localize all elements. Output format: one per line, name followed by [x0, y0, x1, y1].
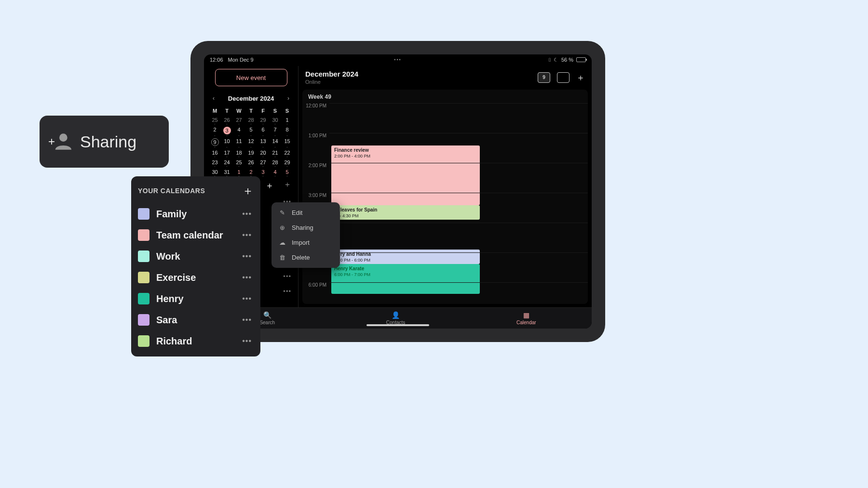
ctx-import[interactable]: ☁ Import	[271, 235, 340, 250]
calendar-list-item[interactable]: Sara•••	[138, 309, 254, 330]
mini-cal-day[interactable]: 24	[221, 158, 233, 167]
calendar-more-button[interactable]: •••	[240, 273, 254, 282]
event-time: 6:00 PM - 7:00 PM	[334, 272, 477, 277]
mini-cal-day[interactable]: 18	[233, 148, 245, 158]
ctx-sharing[interactable]: ⊕ Sharing	[271, 220, 340, 235]
mini-cal-day[interactable]: 27	[233, 115, 245, 125]
new-event-button[interactable]: New event	[215, 69, 287, 86]
view-mode-button[interactable]	[557, 72, 570, 83]
nav-search[interactable]: 🔍 Search	[259, 311, 275, 325]
nav-search-label: Search	[259, 320, 275, 325]
mini-cal-day[interactable]: 4	[269, 167, 281, 177]
mini-cal-day[interactable]: 26	[245, 158, 257, 167]
mini-cal-day[interactable]: 14	[269, 136, 281, 148]
status-bar: 12:06 Mon Dec 9 ••• 􀙇 ☾ 56 %	[204, 54, 592, 65]
calendar-event[interactable]: … ry and Hanna5:30 PM - 6:00 PM	[331, 250, 480, 264]
ctx-delete[interactable]: 🗑 Delete	[271, 250, 340, 265]
mini-cal-day[interactable]: 11	[233, 136, 245, 148]
mini-calendar[interactable]: MTWTFSS252627282930123456789101112131415…	[209, 106, 293, 177]
mini-cal-day[interactable]: 29	[281, 158, 293, 167]
status-time: 12:06	[210, 57, 223, 63]
tablet-screen: 12:06 Mon Dec 9 ••• 􀙇 ☾ 56 % New event ‹…	[204, 54, 592, 329]
calendar-list-item[interactable]: Exercise•••	[138, 267, 254, 288]
mini-cal-day[interactable]: 9	[209, 136, 221, 148]
mini-cal-day[interactable]: 16	[209, 148, 221, 158]
calendar-more-button[interactable]: •••	[240, 316, 254, 324]
mini-cal-day[interactable]: 30	[269, 115, 281, 125]
time-label: 6:00 PM	[302, 282, 329, 304]
week-view[interactable]: Week 49 12:00 PM1:00 PM2:00 PM3:00 PM6:0…	[302, 90, 588, 304]
calendar-more-button[interactable]: •••	[240, 210, 254, 218]
mini-cal-day[interactable]: 26	[221, 115, 233, 125]
mini-cal-day[interactable]: 21	[269, 148, 281, 158]
mini-cal-day[interactable]: 28	[269, 158, 281, 167]
add-event-button[interactable]: ＋	[576, 72, 585, 83]
nav-contacts[interactable]: 👤 Contacts	[386, 311, 405, 325]
calendar-more-button[interactable]: •••	[240, 294, 254, 303]
nav-calendar[interactable]: ▦ Calendar	[516, 311, 536, 325]
calendar-more-button[interactable]: •••	[240, 337, 254, 345]
calendar-event[interactable]: Finance review2:00 PM - 4:00 PM	[331, 145, 480, 205]
next-month-button[interactable]: ›	[285, 93, 291, 104]
page-title: December 2024	[305, 70, 358, 78]
mini-cal-day[interactable]: 5	[281, 167, 293, 177]
mini-cal-day[interactable]: 3	[257, 167, 269, 177]
battery-pct: 56 %	[561, 57, 573, 63]
multitasking-dots-icon[interactable]: •••	[394, 57, 401, 62]
search-icon: 🔍	[263, 311, 271, 319]
ctx-edit[interactable]: ✎ Edit	[271, 205, 340, 220]
mini-cal-day[interactable]: 22	[281, 148, 293, 158]
mini-cal-day[interactable]: 1	[233, 167, 245, 177]
mini-cal-day[interactable]: 25	[233, 158, 245, 167]
calendar-icon: ▦	[523, 311, 529, 319]
calendar-more-button[interactable]: •••	[240, 252, 254, 261]
mini-cal-day[interactable]: 27	[257, 158, 269, 167]
person-plus-icon: ⊕	[278, 224, 286, 231]
mini-cal-dow: S	[269, 106, 281, 115]
ctx-sharing-label: Sharing	[292, 224, 313, 231]
mini-cal-day[interactable]: 5	[245, 125, 257, 136]
mini-cal-day[interactable]: 10	[221, 136, 233, 148]
calendar-list-item[interactable]: Family•••	[138, 203, 254, 224]
mini-cal-dow: F	[257, 106, 269, 115]
mini-cal-day[interactable]: 13	[257, 136, 269, 148]
sharing-callout-label: Sharing	[80, 132, 136, 151]
add-calendar-button[interactable]: ＋	[265, 180, 274, 191]
event-time: 2:00 PM - 4:00 PM	[334, 154, 477, 158]
mini-cal-day[interactable]: 8	[281, 125, 293, 136]
mini-cal-day[interactable]: 17	[221, 148, 233, 158]
add-item-button[interactable]: ＋	[284, 180, 291, 191]
calendar-color-swatch	[138, 314, 149, 326]
calendar-event[interactable]: … leaves for Spain… - 4:30 PM	[331, 205, 480, 220]
mini-cal-day[interactable]: 3	[221, 125, 233, 136]
calendar-list-item[interactable]: Team calendar•••	[138, 224, 254, 246]
your-calendars-panel: YOUR CALENDARS ＋ Family•••Team calendar•…	[131, 176, 260, 356]
calendar-color-swatch	[138, 335, 149, 347]
mini-cal-day[interactable]: 2	[245, 167, 257, 177]
mini-cal-day[interactable]: 1	[281, 115, 293, 125]
mini-cal-day[interactable]: 30	[209, 167, 221, 177]
calendar-list-item[interactable]: Henry•••	[138, 288, 254, 309]
mini-cal-day[interactable]: 15	[281, 136, 293, 148]
mini-cal-day[interactable]: 20	[257, 148, 269, 158]
add-calendar-panel-button[interactable]: ＋	[242, 183, 254, 198]
calendar-list-item[interactable]: Work•••	[138, 246, 254, 267]
mini-cal-day[interactable]: 28	[245, 115, 257, 125]
mini-cal-day[interactable]: 2	[209, 125, 221, 136]
mini-cal-day[interactable]: 25	[209, 115, 221, 125]
mini-cal-day[interactable]: 12	[245, 136, 257, 148]
mini-cal-day[interactable]: 6	[257, 125, 269, 136]
calendar-name: Exercise	[156, 272, 240, 283]
prev-month-button[interactable]: ‹	[211, 93, 217, 104]
mini-cal-day[interactable]: 31	[221, 167, 233, 177]
mini-cal-day[interactable]: 23	[209, 158, 221, 167]
calendar-list-item[interactable]: Richard•••	[138, 330, 254, 352]
calendar-event[interactable]: Henry Karate6:00 PM - 7:00 PM	[331, 264, 480, 294]
today-button[interactable]: 9	[538, 72, 550, 83]
calendar-more-button[interactable]: •••	[240, 231, 254, 239]
mini-cal-day[interactable]: 7	[269, 125, 281, 136]
mini-cal-day[interactable]: 19	[245, 148, 257, 158]
mini-cal-day[interactable]: 29	[257, 115, 269, 125]
mini-cal-day[interactable]: 4	[233, 125, 245, 136]
home-indicator[interactable]	[366, 324, 429, 326]
